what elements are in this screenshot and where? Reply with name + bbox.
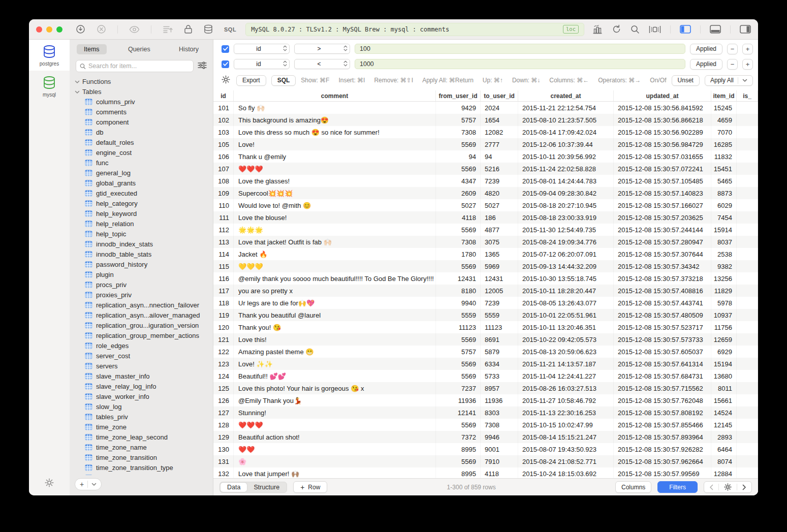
toggle-left-panel-icon[interactable] [680,25,691,34]
apply-all-button[interactable]: Apply All [705,75,753,86]
table-row[interactable]: 130❤️❤️899590012015-08-07 19:43:50.92320… [213,443,758,455]
tab-structure[interactable]: Structure [247,483,286,492]
sidebar-table-general_log[interactable]: general_log [75,168,213,178]
sidebar-table-component[interactable]: component [75,117,213,127]
sidebar-table-help_topic[interactable]: help_topic [75,229,213,239]
toggle-bottom-panel-icon[interactable] [710,25,721,34]
table-row[interactable]: 108Love the glasses!434772392015-08-01 1… [213,175,758,187]
next-page-button[interactable] [737,484,751,490]
remove-filter-button[interactable]: − [727,44,738,54]
sidebar-table-db[interactable]: db [75,127,213,137]
table-row[interactable]: 102This background is amazing😍5757165420… [213,114,758,126]
toggle-right-panel-icon[interactable] [740,25,751,34]
sidebar-table-func[interactable]: func [75,158,213,168]
table-row[interactable]: 115💛💛💛556959692015-09-13 14:44:32.209201… [213,260,758,272]
sidebar-table-comments[interactable]: comments [75,107,213,117]
refresh-icon[interactable] [612,24,621,34]
sidebar-table-time_zone_name[interactable]: time_zone_name [75,442,213,452]
filter-value-input[interactable] [355,59,685,69]
sidebar-table-slave_relay_log_info[interactable]: slave_relay_log_info [75,381,213,391]
table-row[interactable]: 122Amazing pastel theme 😁575758792015-08… [213,346,758,358]
sidebar-table-replication_group_member_actions[interactable]: replication_group_member_actions [75,330,213,340]
table-row[interactable]: 111Love the blouse!41181862015-08-18 23:… [213,211,758,224]
filter-column-select[interactable]: id [234,59,290,69]
chart-icon[interactable] [592,25,603,34]
lock-icon[interactable] [184,24,193,34]
disconnect-icon[interactable] [97,24,106,34]
column-header-is_[interactable]: is_ [737,90,758,101]
filters-button[interactable]: Filters [657,481,698,493]
sidebar-table-password_history[interactable]: password_history [75,259,213,269]
search-icon[interactable] [631,25,640,34]
sidebar-table-innodb_table_stats[interactable]: innodb_table_stats [75,249,213,259]
query-log-icon[interactable] [163,25,173,34]
table-row[interactable]: 117you are so pretty x8180120052015-10-1… [213,285,758,297]
table-row[interactable]: 129Beautiful action shot!737299462015-08… [213,431,758,443]
column-header-id[interactable]: id [213,90,234,101]
table-row[interactable]: 124Beautiful!! 💕💕556957332015-11-04 12:2… [213,370,758,382]
table-row[interactable]: 112🌟🌟🌟556948772015-11-30 12:54:49.735201… [213,224,758,236]
sidebar-table-help_relation[interactable]: help_relation [75,218,213,229]
add-row-button[interactable]: + Row [293,481,327,493]
table-row[interactable]: 113Love that jacket! Outfit is fab 🙌🏻730… [213,236,758,248]
sidebar-table-engine_cost[interactable]: engine_cost [75,147,213,158]
sidebar-table-replication_asynnnection_failover[interactable]: replication_asyn...nnection_failover [75,300,213,310]
column-header-created_at[interactable]: created_at [518,90,614,101]
database-icon[interactable] [204,24,213,34]
sidebar-table-help_keyword[interactable]: help_keyword [75,208,213,218]
table-row[interactable]: 121Love this!556986912015-10-22 09:42:05… [213,333,758,346]
sidebar-table-time_zone_leap_second[interactable]: time_zone_leap_second [75,432,213,442]
table-row[interactable]: 127Stunning!1214183032015-11-13 22:30:16… [213,406,758,419]
sidebar-table-help_category[interactable]: help_category [75,198,213,208]
table-row[interactable]: 132Love that jumper! 🙌🏽899541182015-10-2… [213,467,758,478]
sort-filter-icon[interactable] [198,61,207,71]
remove-filter-button[interactable]: − [727,59,738,70]
applied-button[interactable]: Applied [690,59,722,70]
table-row[interactable]: 109Supercool💥💥💥260948202015-09-04 09:28:… [213,187,758,199]
prev-page-button[interactable] [704,484,718,490]
preview-eye-icon[interactable] [129,25,140,34]
sidebar-table-innodb_index_stats[interactable]: innodb_index_stats [75,239,213,249]
table-row[interactable]: 123Love! ✨✨556963342015-11-21 14:13:57.1… [213,358,758,370]
sidebar-table-procs_priv[interactable]: procs_priv [75,279,213,290]
sidebar-table-default_roles[interactable]: default_roles [75,137,213,147]
add-filter-button[interactable]: + [742,44,753,54]
item-search-box[interactable] [76,60,194,72]
sidebar-table-gtid_executed[interactable]: gtid_executed [75,188,213,198]
table-row[interactable]: 103Love this dress so much 😍 so nice for… [213,126,758,138]
tab-history[interactable]: History [172,44,206,54]
filter-operator-select[interactable]: < [294,59,350,69]
sidebar-table-servers[interactable]: servers [75,361,213,371]
sidebar-table-server_cost[interactable]: server_cost [75,351,213,361]
sql-button[interactable]: SQL [271,75,296,86]
item-search-input[interactable] [88,62,190,70]
sidebar-table-columns_priv[interactable]: columns_priv [75,97,213,107]
sidebar-table-slow_log[interactable]: slow_log [75,401,213,412]
table-row[interactable]: 116@emily thank you soooo much beautiful… [213,272,758,285]
sidebar-table-replication_grouiguration_version[interactable]: replication_grou...iguration_version [75,320,213,330]
filter-checkbox[interactable] [222,45,229,53]
table-row[interactable]: 101So fly 🙌🏻942920242015-11-21 22:12:54.… [213,102,758,114]
sidebar-table-role_edges[interactable]: role_edges [75,340,213,351]
sidebar-table-tables_priv[interactable]: tables_priv [75,412,213,422]
tab-items[interactable]: Items [77,44,107,54]
tree-group-functions[interactable]: Functions [75,76,213,86]
tree-group-tables[interactable]: Tables [75,86,213,97]
applied-button[interactable]: Applied [690,44,722,54]
page-settings-gear-icon[interactable] [719,483,737,491]
column-header-item_id[interactable]: item_id [711,90,737,101]
table-row[interactable]: 119Thank you beautiful @laurel5559555920… [213,309,758,321]
add-filter-button[interactable]: + [742,59,753,70]
column-header-updated_at[interactable]: updated_at [614,90,711,101]
column-header-to_user_id[interactable]: to_user_id [481,90,518,101]
sidebar-table-time_zone[interactable]: time_zone [75,422,213,432]
sidebar-table-replication_asynailover_managed[interactable]: replication_asyn...ailover_managed [75,310,213,320]
unset-button[interactable]: Unset [672,75,700,86]
table-row[interactable]: 125Love this photo! Your hair is gorgeou… [213,382,758,394]
minimize-window-button[interactable] [46,26,52,33]
sidebar-table-plugin[interactable]: plugin [75,269,213,279]
sidebar-table-proxies_priv[interactable]: proxies_priv [75,290,213,300]
connection-icon[interactable] [76,24,85,34]
filter-value-input[interactable] [355,44,685,54]
connection-postgres[interactable]: postgres [29,40,70,71]
